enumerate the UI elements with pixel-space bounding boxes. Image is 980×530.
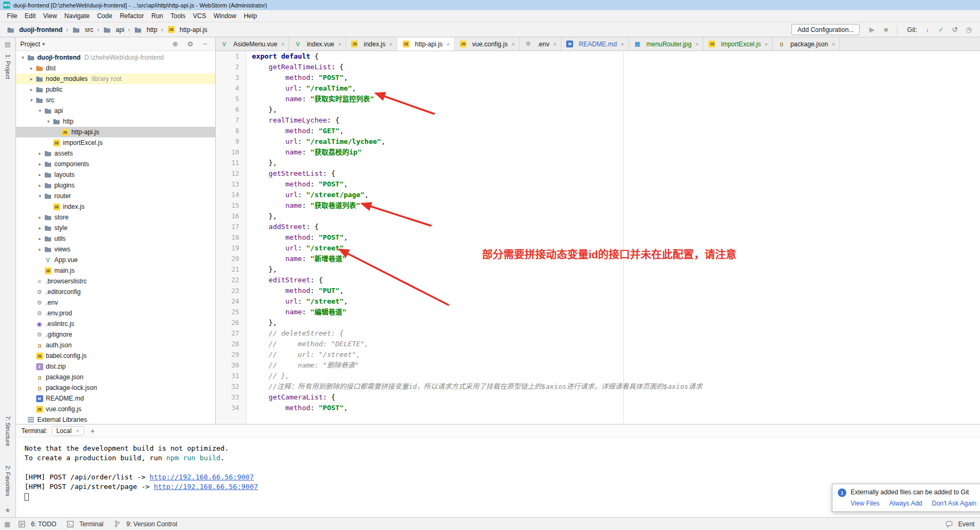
code-line[interactable]: 22 editStreet: {: [216, 275, 980, 286]
code-line[interactable]: 11 },: [216, 158, 980, 168]
code-line[interactable]: 10 name: "获取荔枝的ip": [216, 147, 980, 158]
menu-view[interactable]: View: [39, 11, 61, 21]
chevron-closed-icon[interactable]: ▸: [36, 215, 44, 220]
notification-action-don-t-ask-again[interactable]: Don't Ask Again: [932, 500, 977, 507]
code-line[interactable]: 4 url: "/realTime",: [216, 83, 980, 94]
toolwindow-switcher-icon[interactable]: ▦: [4, 520, 10, 528]
code-line[interactable]: 3 method: "POST",: [216, 72, 980, 83]
line-number[interactable]: 6: [216, 104, 247, 115]
git-commit-icon[interactable]: ✓: [935, 26, 947, 34]
line-number[interactable]: 33: [216, 392, 247, 403]
menu-code[interactable]: Code: [93, 11, 116, 21]
hide-panel-icon[interactable]: −: [199, 40, 211, 48]
run-button[interactable]: ▶: [866, 26, 878, 34]
line-number[interactable]: 14: [216, 190, 247, 200]
menu-window[interactable]: Window: [210, 11, 240, 21]
statusbar-9-version-control[interactable]: 9: Version Control: [113, 520, 177, 528]
menu-help[interactable]: Help: [240, 11, 261, 21]
code-line[interactable]: 21 },: [216, 264, 980, 275]
close-icon[interactable]: ×: [511, 41, 514, 47]
close-icon[interactable]: ×: [553, 41, 556, 47]
code-line[interactable]: 27 // deleteStreet: {: [216, 328, 980, 339]
notification-action-always-add[interactable]: Always Add: [889, 500, 922, 507]
line-number[interactable]: 5: [216, 94, 247, 104]
tree-item-env-prod[interactable]: ⚙.env.prod: [16, 308, 215, 319]
tree-item-node-modules[interactable]: ▸node_moduleslibrary root: [16, 74, 215, 84]
tree-item-components[interactable]: ▸components: [16, 159, 215, 169]
breadcrumb-item-http-api-js[interactable]: JShttp-api.js: [166, 26, 208, 34]
chevron-closed-icon[interactable]: ▸: [36, 151, 44, 156]
notification-action-view-files[interactable]: View Files: [851, 500, 879, 507]
statusbar-event-log[interactable]: Event Log: [945, 520, 976, 528]
breadcrumb-item-api[interactable]: api: [102, 26, 125, 34]
line-number[interactable]: 22: [216, 275, 247, 286]
chevron-closed-icon[interactable]: ▸: [36, 247, 44, 252]
line-number[interactable]: 17: [216, 222, 247, 232]
statusbar-terminal[interactable]: Terminal: [66, 520, 103, 528]
close-icon[interactable]: ×: [281, 41, 284, 47]
tab-index-js[interactable]: JSindex.js×: [346, 37, 397, 51]
tree-item-auth-json[interactable]: { }auth.json: [16, 340, 215, 350]
close-icon[interactable]: ×: [446, 41, 450, 47]
tab-http-api-js[interactable]: JShttp-api.js×: [397, 37, 454, 51]
chevron-open-icon[interactable]: ▾: [36, 108, 44, 113]
locate-file-icon[interactable]: ⊕: [169, 40, 181, 48]
line-number[interactable]: 34: [216, 403, 247, 413]
git-revert-icon[interactable]: ↺: [949, 26, 961, 34]
tree-item-store[interactable]: ▸store: [16, 212, 215, 223]
tab-index-vue[interactable]: Vindex.vue×: [289, 37, 346, 51]
line-number[interactable]: 11: [216, 158, 247, 168]
code-line[interactable]: 15 name: "获取巷道列表": [216, 200, 980, 211]
chevron-closed-icon[interactable]: ▸: [36, 161, 44, 167]
code-line[interactable]: 2 getRealTimeList: {: [216, 62, 980, 72]
tree-item-duoji-frontend[interactable]: ▾duoji-frontendD:\zheheWeb\duoji-fronten…: [16, 52, 215, 63]
code-line[interactable]: 13 method: "POST",: [216, 179, 980, 190]
code-line[interactable]: 6 },: [216, 104, 980, 115]
close-icon[interactable]: ×: [389, 41, 393, 47]
tree-item-editorconfig[interactable]: ⚙.editorconfig: [16, 287, 215, 297]
menu-refactor[interactable]: Refactor: [116, 11, 148, 21]
chevron-open-icon[interactable]: ▾: [19, 55, 27, 60]
tree-item-babel-config-js[interactable]: JSbabel.config.js: [16, 350, 215, 361]
tree-item-http[interactable]: ▾http: [16, 116, 215, 127]
line-number[interactable]: 25: [216, 307, 247, 317]
line-number[interactable]: 26: [216, 317, 247, 328]
code-line[interactable]: 24 url: "/street",: [216, 296, 980, 307]
code-editor[interactable]: 1export default {2 getRealTimeList: {3 m…: [216, 51, 980, 424]
line-number[interactable]: 21: [216, 264, 247, 275]
new-terminal-button[interactable]: +: [88, 427, 97, 435]
code-line[interactable]: 31 // },: [216, 371, 980, 381]
line-number[interactable]: 29: [216, 349, 247, 360]
tree-item-plugins[interactable]: ▸plugins: [16, 180, 215, 191]
stop-button[interactable]: ■: [880, 26, 892, 34]
line-number[interactable]: 16: [216, 211, 247, 222]
terminal-tab-local[interactable]: Local ×: [52, 426, 84, 436]
statusbar-6-todo[interactable]: 6: TODO: [18, 520, 56, 528]
code-line[interactable]: 17 addStreet: {: [216, 222, 980, 232]
tree-item-package-lock-json[interactable]: { }package-lock.json: [16, 382, 215, 393]
code-line[interactable]: 7 realTimeLychee: {: [216, 115, 980, 126]
breadcrumb-item-http[interactable]: http: [133, 26, 158, 34]
line-number[interactable]: 10: [216, 147, 247, 158]
close-icon[interactable]: ×: [338, 41, 341, 47]
chevron-closed-icon[interactable]: ▸: [36, 225, 44, 231]
history-icon[interactable]: ◷: [963, 26, 975, 34]
line-number[interactable]: 13: [216, 179, 247, 190]
stripe-2-favorites[interactable]: 2: Favorites: [5, 466, 11, 496]
close-icon[interactable]: ×: [832, 41, 835, 47]
close-icon[interactable]: ×: [620, 41, 624, 47]
code-line[interactable]: 1export default {: [216, 51, 980, 62]
tab-env[interactable]: ⚙.env×: [520, 37, 561, 51]
tree-item-style[interactable]: ▸style: [16, 223, 215, 233]
chevron-open-icon[interactable]: ▾: [28, 97, 35, 103]
tree-item-http-api-js[interactable]: JShttp-api.js: [16, 127, 215, 137]
code-line[interactable]: 26 },: [216, 317, 980, 328]
tree-item-external-libraries[interactable]: External Libraries: [16, 414, 215, 424]
tree-item-src[interactable]: ▾src: [16, 95, 215, 105]
tree-item-importexcel-js[interactable]: JSimportExcel.js: [16, 137, 215, 148]
code-line[interactable]: 5 name: "获取实时监控列表": [216, 94, 980, 104]
code-line[interactable]: 12 getStreetList: {: [216, 168, 980, 179]
terminal-link[interactable]: http://192.168.66.56:9007: [154, 483, 258, 491]
line-number[interactable]: 7: [216, 115, 247, 126]
line-number[interactable]: 18: [216, 232, 247, 243]
